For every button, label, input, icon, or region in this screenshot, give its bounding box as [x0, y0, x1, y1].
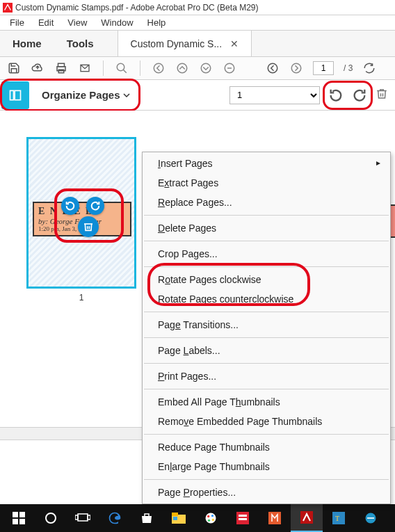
menubar: File Edit View Window Help	[0, 15, 395, 31]
mail-icon[interactable]	[78, 61, 92, 75]
page-context-menu: Insert Pages▸ Extract Pages Replace Page…	[142, 152, 391, 504]
save-icon[interactable]	[7, 61, 21, 75]
cm-delete-pages[interactable]: Delete Pages	[143, 218, 390, 238]
menu-window[interactable]: Window	[94, 15, 140, 30]
svg-point-30	[212, 519, 214, 521]
svg-point-31	[208, 519, 210, 522]
store-icon[interactable]	[131, 504, 163, 532]
cm-page-properties[interactable]: Page Properties...	[143, 483, 390, 502]
svg-line-6	[123, 70, 127, 73]
refresh-icon[interactable]	[362, 61, 376, 75]
taskbar-app-2[interactable]	[259, 504, 291, 532]
zoom-out-icon[interactable]	[223, 61, 236, 75]
cortana-icon[interactable]	[35, 504, 67, 532]
rotate-cw-button[interactable]	[350, 86, 369, 104]
main-toolbar: / 3	[0, 57, 395, 80]
tab-bar: Home Tools Custom Dynamic S... ✕	[0, 31, 395, 57]
svg-rect-15	[15, 90, 20, 99]
tab-document-label: Custom Dynamic S...	[131, 38, 222, 49]
tab-home[interactable]: Home	[0, 31, 54, 56]
svg-point-13	[291, 63, 301, 73]
svg-rect-25	[172, 513, 178, 516]
nav-back-icon[interactable]	[266, 61, 280, 75]
thumbnail-page-number: 1	[26, 293, 136, 303]
page-number-input[interactable]	[313, 61, 334, 75]
menu-file[interactable]: File	[3, 15, 31, 30]
svg-rect-18	[13, 519, 18, 524]
svg-rect-17	[19, 512, 25, 517]
menu-view[interactable]: View	[61, 15, 94, 30]
menu-separator	[144, 215, 389, 216]
svg-point-28	[207, 515, 209, 517]
thumb-rotate-cw-button[interactable]	[86, 197, 104, 215]
cm-reduce-thumbs[interactable]: Reduce Page Thumbnails	[143, 437, 390, 457]
svg-rect-33	[239, 515, 247, 517]
svg-rect-23	[88, 515, 90, 519]
menu-separator	[144, 389, 389, 389]
cm-delete-label: elete Pages	[165, 223, 216, 234]
cm-enlarge-label: arge Page Thumbnails	[172, 461, 270, 472]
menu-separator	[144, 312, 389, 312]
paint-icon[interactable]	[195, 504, 227, 532]
cm-insert-pages[interactable]: Insert Pages▸	[143, 154, 390, 173]
window-title: Custom Dynamic Stamps.pdf - Adobe Acroba…	[15, 3, 258, 13]
svg-point-20	[46, 513, 56, 523]
cm-rotate-cw[interactable]: Rotate Pages clockwise	[143, 270, 390, 289]
svg-point-9	[201, 63, 211, 73]
svg-rect-34	[239, 518, 247, 520]
start-button[interactable]	[3, 504, 35, 532]
cm-insert-label: nsert Pages	[161, 158, 213, 169]
explorer-icon[interactable]	[163, 504, 195, 532]
thumb-rotate-ccw-button[interactable]	[61, 197, 79, 215]
cm-replace-label: eplace Pages...	[165, 197, 232, 208]
cloud-icon[interactable]	[31, 61, 45, 75]
svg-point-29	[211, 515, 213, 517]
cm-page-transitions[interactable]: Page Transitions...	[143, 315, 390, 334]
cm-rotccw-label: Rotate Pages	[158, 293, 220, 305]
menu-help[interactable]: Help	[140, 15, 173, 30]
cm-print-label: rint Pages...	[164, 371, 216, 382]
thumb-delete-button[interactable]	[78, 216, 99, 237]
cm-crop-pages[interactable]: Crop Pages...	[143, 244, 390, 264]
cm-embed-thumbs[interactable]: Embed All Page Thumbnails	[143, 392, 390, 412]
thumbnail-hover-controls	[61, 197, 104, 215]
tab-document[interactable]: Custom Dynamic S... ✕	[118, 31, 252, 56]
cm-extract-pages[interactable]: Extract Pages	[143, 173, 390, 193]
nav-forward-icon[interactable]	[289, 61, 303, 75]
menu-edit[interactable]: Edit	[31, 15, 61, 30]
page-select-dropdown[interactable]: 1	[229, 86, 320, 104]
organize-pages-dropdown[interactable]: Organize Pages	[36, 85, 136, 105]
delete-page-button[interactable]	[376, 88, 391, 103]
svg-point-5	[117, 63, 124, 71]
tab-close-button[interactable]: ✕	[230, 38, 239, 49]
edge-icon[interactable]	[99, 504, 131, 532]
rotate-ccw-button[interactable]	[327, 86, 345, 104]
cm-props-label: roperties...	[190, 487, 236, 498]
cm-crop-label: Crop Pa	[158, 248, 193, 259]
cm-print-pages[interactable]: Print Pages...	[143, 366, 390, 386]
taskbar-app-3[interactable]: T	[323, 504, 355, 532]
cm-embed-label: Embed All Page T	[158, 396, 236, 408]
cm-replace-pages[interactable]: Replace Pages...	[143, 193, 390, 212]
first-page-icon[interactable]	[152, 61, 166, 75]
page-up-icon[interactable]	[175, 61, 189, 75]
search-icon[interactable]	[115, 61, 129, 75]
page-count-label: / 3	[344, 63, 353, 73]
cm-reduce-label: Reduce Pa	[158, 442, 206, 453]
cm-remove-thumbs[interactable]: Remove Embedded Page Thumbnails	[143, 412, 390, 431]
taskbar-app-1[interactable]	[227, 504, 259, 532]
taskbar-app-4[interactable]	[355, 504, 387, 532]
windows-taskbar: T	[0, 504, 395, 532]
tab-tools[interactable]: Tools	[54, 31, 106, 56]
page-down-icon[interactable]	[199, 61, 213, 75]
svg-rect-21	[78, 514, 88, 521]
cm-rotate-ccw[interactable]: Rotate Pages counterclockwise	[143, 289, 390, 309]
print-icon[interactable]	[54, 61, 68, 75]
submenu-arrow-icon: ▸	[376, 158, 380, 168]
taskview-icon[interactable]	[67, 504, 99, 532]
taskbar-acrobat-icon[interactable]	[291, 504, 323, 532]
organize-pages-label: Organize Pages	[42, 89, 120, 101]
cm-enlarge-thumbs[interactable]: Enlarge Page Thumbnails	[143, 457, 390, 476]
cm-page-labels[interactable]: Page Labels...	[143, 341, 390, 360]
thumbnails-panel-toggle[interactable]	[1, 81, 29, 109]
